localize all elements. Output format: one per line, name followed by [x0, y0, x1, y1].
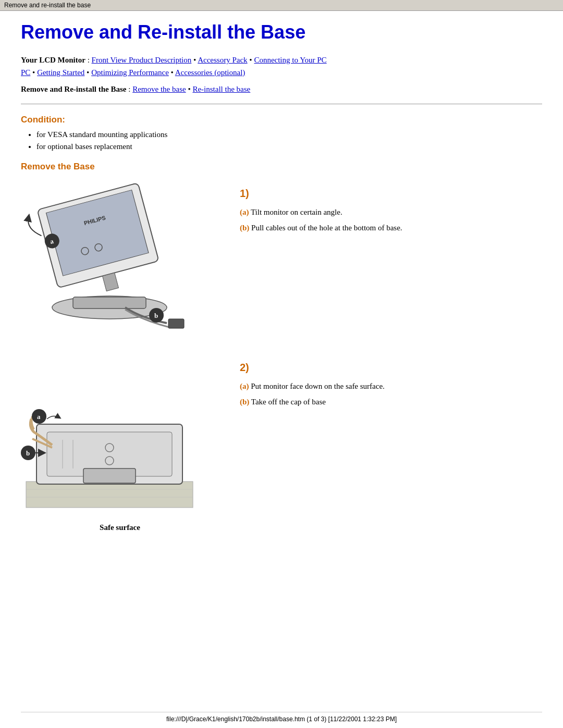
page-title: Remove and Re-install the Base: [21, 21, 542, 43]
breadcrumb-label: Remove and Re-install the Base: [21, 85, 127, 93]
step-2-image: a b Safe surface: [21, 356, 219, 532]
svg-rect-9: [73, 297, 146, 309]
step-2b-letter: (b): [240, 398, 249, 406]
step-2a-text: Put monitor face down on the safe surfac…: [251, 382, 385, 390]
step-1a: (a) Tilt monitor on certain angle.: [240, 206, 542, 218]
svg-text:b: b: [154, 312, 158, 319]
breadcrumb-separator: :: [128, 85, 132, 93]
breadcrumb: Remove and Re-install the Base : Remove …: [21, 83, 542, 95]
breadcrumb-link-reinstall[interactable]: Re-install the base: [192, 85, 250, 93]
nav-link-connecting[interactable]: Connecting to Your PC: [254, 56, 326, 64]
svg-rect-20: [83, 468, 136, 483]
step-1-area: PHILIPS a: [21, 182, 542, 336]
nav-link-front-view[interactable]: Front View Product Description: [92, 56, 192, 64]
step-2a-letter: (a): [240, 382, 249, 390]
step-1a-text: Tilt monitor on certain angle.: [251, 208, 342, 216]
nav-link-accessories[interactable]: Accessories (optional): [175, 68, 246, 77]
nav-section: Your LCD Monitor : Front View Product De…: [21, 54, 542, 79]
svg-text:b: b: [26, 449, 30, 457]
step-1a-letter: (a): [240, 208, 249, 216]
step-2b: (b) Take off the cap of base: [240, 396, 542, 408]
remove-the-base-heading: Remove the Base: [21, 162, 542, 172]
divider: [21, 104, 542, 104]
step-1b: (b) Pull cables out of the hole at the b…: [240, 221, 542, 234]
step-1-image: PHILIPS a: [21, 182, 219, 336]
nav-bullet-5: •: [171, 68, 175, 77]
footer-bar: file:///D|/Grace/K1/english/170b2b/insta…: [21, 712, 542, 723]
monitor-diagram-1: PHILIPS a: [21, 182, 198, 334]
step-2a: (a) Put monitor face down on the safe su…: [240, 380, 542, 392]
step-2b-text: Take off the cap of base: [251, 398, 326, 406]
list-item: for VESA standard mounting applications: [36, 130, 542, 139]
step-2-number: 2): [240, 362, 542, 374]
svg-rect-10: [168, 319, 184, 328]
step-2-text: 2) (a) Put monitor face down on the safe…: [240, 356, 542, 411]
nav-label: Your LCD Monitor: [21, 56, 85, 64]
svg-rect-5: [103, 273, 119, 291]
step-2-area: a b Safe surface 2): [21, 356, 542, 532]
step-1b-letter: (b): [240, 224, 249, 232]
browser-title-text: Remove and re-install the base: [4, 2, 91, 9]
nav-link-optimizing[interactable]: Optimizing Performance: [91, 68, 169, 77]
condition-heading: Condition:: [21, 115, 542, 125]
step-1-number: 1): [240, 188, 542, 200]
condition-list: for VESA standard mounting applications …: [21, 130, 542, 151]
breadcrumb-link-remove[interactable]: Remove the base: [132, 85, 186, 93]
nav-link-pc[interactable]: PC: [21, 68, 30, 77]
nav-link-getting-started[interactable]: Getting Started: [37, 68, 84, 77]
nav-bullet-4: •: [87, 68, 91, 77]
step-1-text: 1) (a) Tilt monitor on certain angle. (b…: [240, 182, 542, 237]
svg-rect-13: [26, 482, 193, 508]
footer-text: file:///D|/Grace/K1/english/170b2b/insta…: [166, 715, 397, 723]
page-content: Remove and Re-install the Base Your LCD …: [0, 11, 563, 584]
nav-bullet-1: •: [193, 56, 198, 64]
nav-link-accessory[interactable]: Accessory Pack: [198, 56, 247, 64]
browser-title-bar: Remove and re-install the base: [0, 0, 563, 11]
svg-text:a: a: [37, 413, 41, 421]
list-item: for optional bases replacement: [36, 142, 542, 151]
nav-bullet-3: •: [32, 68, 37, 77]
step-1b-text: Pull cables out of the hole at the botto…: [251, 224, 402, 232]
safe-surface-label: Safe surface: [21, 523, 219, 532]
monitor-diagram-2: a b: [21, 356, 198, 518]
nav-separator: :: [88, 56, 92, 64]
